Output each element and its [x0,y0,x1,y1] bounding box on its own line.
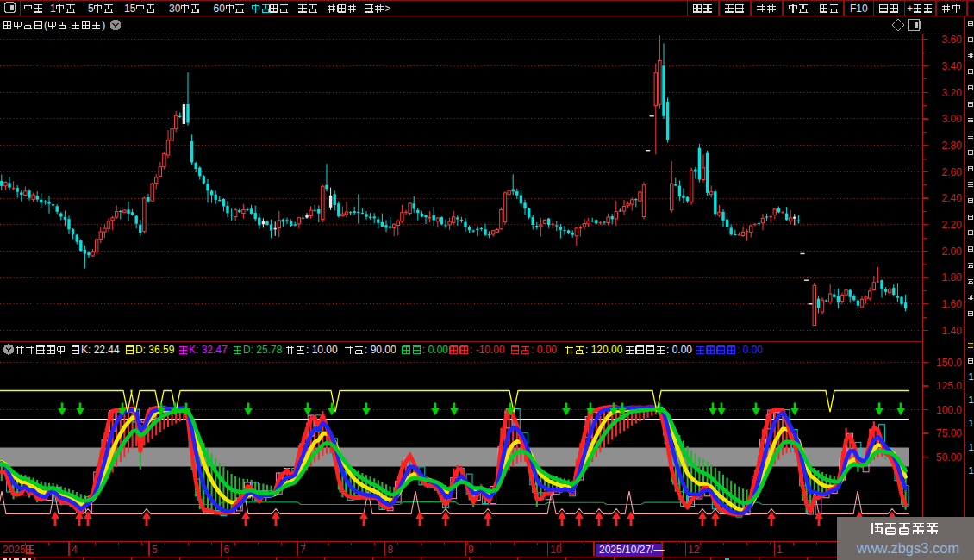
svg-text:1: 1 [969,371,974,382]
svg-text:1.60: 1.60 [942,298,963,310]
svg-text:+: + [907,3,913,15]
svg-text:1.80: 1.80 [942,271,963,283]
svg-text:K: 22.44: K: 22.44 [81,344,120,356]
svg-text:150.0: 150.0 [936,357,962,369]
svg-text:1: 1 [969,442,974,452]
svg-text:50.00: 50.00 [936,451,962,464]
svg-text:3.20: 3.20 [942,87,963,99]
svg-text:: 0.00: : 0.00 [422,344,448,356]
svg-text:: 0.00: : 0.00 [737,344,763,356]
svg-text:(: ( [44,19,47,31]
svg-text:F10: F10 [850,3,868,15]
svg-text:1: 1 [777,544,783,556]
svg-text:2.20: 2.20 [942,219,963,231]
svg-text:9: 9 [468,544,474,556]
svg-text:6: 6 [224,544,230,556]
svg-text:D: 25.78: D: 25.78 [243,344,283,356]
svg-text:2025/10/27/—: 2025/10/27/— [599,544,664,556]
svg-text:3.40: 3.40 [942,60,963,72]
svg-text:1.40: 1.40 [942,325,963,337]
svg-text:2.00: 2.00 [942,246,963,258]
svg-text:D: 36.59: D: 36.59 [135,344,175,356]
svg-text:4: 4 [72,544,78,556]
svg-text:8: 8 [388,544,394,556]
svg-text:: 0.00: : 0.00 [666,344,692,356]
svg-text:: 90.00: : 90.00 [365,344,396,356]
svg-text:3.60: 3.60 [942,34,963,46]
svg-text:2.60: 2.60 [942,166,963,178]
svg-text:12: 12 [688,544,700,556]
svg-text:7: 7 [300,544,306,556]
svg-text:2.40: 2.40 [942,192,963,204]
svg-text:15: 15 [124,3,136,15]
svg-text:100.0: 100.0 [936,404,962,416]
svg-text:1: 1 [969,395,974,405]
svg-text:: 0.00: : 0.00 [531,344,557,356]
svg-text:www.zbgs3.com: www.zbgs3.com [856,540,959,556]
svg-text:5: 5 [152,544,158,556]
svg-text:75.00: 75.00 [936,427,962,439]
svg-text:60: 60 [214,3,226,15]
svg-text:30: 30 [169,3,181,15]
svg-text:.: . [68,19,71,31]
svg-text:1: 1 [50,3,56,15]
svg-text:2025: 2025 [3,544,26,556]
svg-text:K: 32.47: K: 32.47 [189,344,228,356]
svg-text:1: 1 [969,418,974,428]
svg-text:10: 10 [550,544,562,556]
svg-text:1: 1 [969,465,974,476]
svg-text:2.80: 2.80 [942,140,963,152]
svg-text:: 10.00: : 10.00 [306,344,338,356]
svg-text:: 120.00: : 120.00 [585,344,623,356]
svg-text:>: > [385,3,391,15]
svg-text:: -10.00: : -10.00 [470,344,505,356]
svg-text:5: 5 [88,3,94,15]
svg-text:125.0: 125.0 [936,380,962,392]
svg-text:): ) [102,19,105,31]
svg-text:3.00: 3.00 [942,113,963,125]
